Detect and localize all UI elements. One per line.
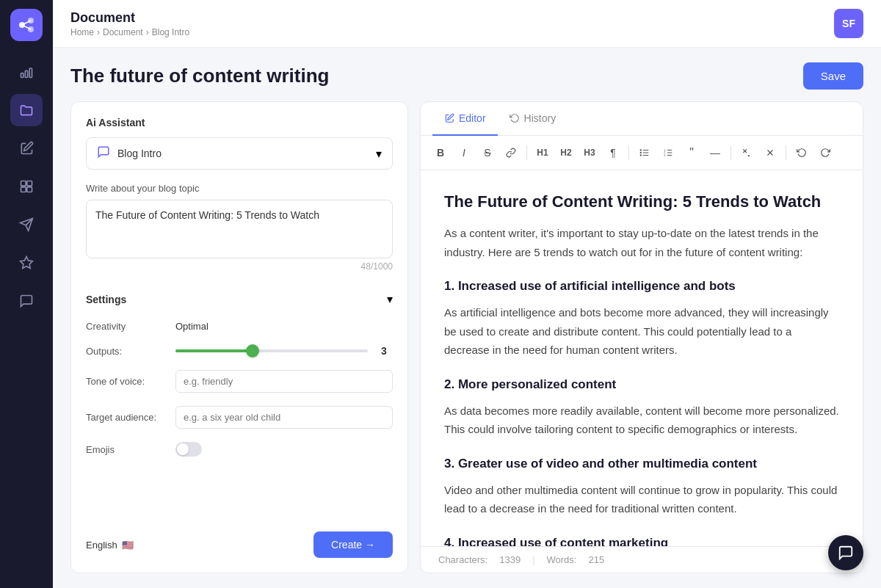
template-icon bbox=[97, 145, 110, 161]
outputs-slider-container: 3 bbox=[175, 345, 393, 357]
create-button[interactable]: Create → bbox=[313, 531, 393, 558]
toolbar-strikethrough[interactable]: S bbox=[476, 142, 498, 164]
save-button[interactable]: Save bbox=[803, 62, 863, 90]
editor-toolbar: B I S H1 H2 H3 ¶ 1.2.3. bbox=[421, 136, 863, 170]
svg-point-18 bbox=[640, 150, 641, 150]
words-label: Words: bbox=[547, 554, 577, 565]
characters-label: Characters: bbox=[438, 554, 487, 565]
ai-assistant-label: Ai Assistant bbox=[86, 117, 393, 128]
tone-input[interactable] bbox=[175, 370, 393, 393]
breadcrumb: Home › Document › Blog Intro bbox=[70, 27, 189, 37]
toolbar-divider-4 bbox=[786, 145, 786, 160]
breadcrumb-home[interactable]: Home bbox=[70, 27, 94, 37]
section-2-title: 2. More personalized content bbox=[444, 374, 839, 396]
header-title-area: Document Home › Document › Blog Intro bbox=[70, 10, 189, 37]
toolbar-bullet-list[interactable] bbox=[634, 142, 656, 164]
toolbar-paragraph[interactable]: ¶ bbox=[602, 142, 624, 164]
content-area: The future of content writing Save Ai As… bbox=[53, 48, 881, 588]
template-selector[interactable]: Blog Intro ▾ bbox=[86, 137, 393, 170]
words-value: 215 bbox=[588, 554, 604, 565]
sidebar-item-templates[interactable] bbox=[10, 170, 43, 203]
creativity-row: Creativity Optimal bbox=[86, 321, 393, 332]
sidebar-item-documents[interactable] bbox=[10, 94, 43, 126]
topic-label: Write about your blog topic bbox=[86, 183, 393, 194]
page-title: The future of content writing bbox=[70, 65, 329, 87]
toolbar-h2[interactable]: H2 bbox=[555, 142, 577, 164]
outputs-value: 3 bbox=[375, 345, 393, 357]
svg-point-20 bbox=[640, 155, 641, 156]
section-1-body: As artificial intelligence and bots beco… bbox=[444, 303, 839, 360]
emojis-toggle-thumb bbox=[177, 443, 189, 455]
toolbar-hr[interactable]: — bbox=[704, 142, 726, 164]
editor-main-heading: The Future of Content Writing: 5 Trends … bbox=[444, 188, 839, 215]
tab-history[interactable]: History bbox=[498, 102, 568, 136]
sidebar-item-editor[interactable] bbox=[10, 132, 43, 164]
section-1-title: 1. Increased use of artificial intellige… bbox=[444, 276, 839, 297]
flag-icon: 🇺🇸 bbox=[122, 540, 134, 551]
svg-text:3.: 3. bbox=[664, 154, 666, 157]
sidebar-item-analytics[interactable] bbox=[10, 56, 43, 88]
sidebar-item-publish[interactable] bbox=[10, 208, 43, 241]
page-title-row: The future of content writing Save bbox=[70, 62, 863, 90]
characters-value: 1339 bbox=[499, 554, 521, 565]
toolbar-link[interactable] bbox=[500, 142, 522, 164]
language-selector[interactable]: English 🇺🇸 bbox=[86, 540, 134, 551]
tab-editor-label: Editor bbox=[459, 112, 486, 124]
editor-content[interactable]: The Future of Content Writing: 5 Trends … bbox=[421, 170, 863, 546]
template-name: Blog Intro bbox=[117, 148, 162, 159]
svg-rect-5 bbox=[21, 73, 23, 78]
toolbar-redo[interactable] bbox=[814, 142, 836, 164]
slider-fill bbox=[175, 349, 253, 352]
tab-editor[interactable]: Editor bbox=[432, 102, 498, 136]
tone-label: Tone of voice: bbox=[86, 376, 167, 387]
tone-row: Tone of voice: bbox=[86, 370, 393, 393]
creativity-value: Optimal bbox=[175, 321, 393, 332]
emojis-toggle[interactable] bbox=[175, 442, 202, 457]
settings-chevron-icon: ▾ bbox=[387, 292, 393, 306]
sidebar-item-chat[interactable] bbox=[10, 285, 43, 317]
char-count: 48/1000 bbox=[86, 261, 393, 272]
main-area: Document Home › Document › Blog Intro SF… bbox=[53, 0, 881, 588]
template-selector-left: Blog Intro bbox=[97, 145, 162, 161]
target-row: Target audience: bbox=[86, 406, 393, 429]
toolbar-bold[interactable]: B bbox=[429, 142, 452, 164]
toolbar-blockquote[interactable]: " bbox=[681, 142, 703, 164]
sidebar-item-favorites[interactable] bbox=[10, 247, 43, 279]
toolbar-divider-2 bbox=[628, 145, 629, 160]
svg-rect-6 bbox=[25, 70, 27, 77]
emojis-label: Emojis bbox=[86, 444, 167, 455]
editor-intro: As a content writer, it's important to s… bbox=[444, 224, 839, 261]
svg-rect-7 bbox=[29, 68, 32, 78]
settings-header[interactable]: Settings ▾ bbox=[86, 283, 393, 315]
left-panel: Ai Assistant Blog Intro ▾ Write about yo… bbox=[70, 101, 408, 573]
breadcrumb-document[interactable]: Document bbox=[103, 27, 143, 37]
section-3-title: 3. Greater use of video and other multim… bbox=[444, 454, 839, 475]
toolbar-clear-format[interactable] bbox=[759, 142, 781, 164]
topic-textarea[interactable]: The Future of Content Writing: 5 Trends … bbox=[86, 200, 393, 258]
breadcrumb-sep1: › bbox=[97, 27, 100, 37]
bottom-bar: English 🇺🇸 Create → bbox=[86, 520, 393, 558]
chat-fab-button[interactable] bbox=[828, 535, 863, 570]
toolbar-divider-3 bbox=[730, 145, 731, 160]
target-label: Target audience: bbox=[86, 412, 167, 423]
svg-rect-11 bbox=[27, 187, 32, 192]
toolbar-italic[interactable]: I bbox=[453, 142, 475, 164]
toolbar-h1[interactable]: H1 bbox=[532, 142, 554, 164]
toolbar-undo[interactable] bbox=[791, 142, 813, 164]
outputs-row: Outputs: 3 bbox=[86, 345, 393, 357]
history-tab-icon bbox=[510, 113, 520, 123]
svg-marker-14 bbox=[21, 257, 33, 269]
toolbar-divider-1 bbox=[526, 145, 527, 160]
toolbar-h3[interactable]: H3 bbox=[579, 142, 601, 164]
settings-label: Settings bbox=[86, 294, 126, 305]
slider-thumb[interactable] bbox=[246, 344, 259, 357]
target-input[interactable] bbox=[175, 406, 393, 429]
editor-footer: Characters: 1339 | Words: 215 bbox=[421, 546, 863, 573]
toolbar-ordered-list[interactable]: 1.2.3. bbox=[657, 142, 679, 164]
svg-point-19 bbox=[640, 152, 641, 153]
app-logo[interactable] bbox=[10, 9, 43, 41]
header: Document Home › Document › Blog Intro SF bbox=[53, 0, 881, 48]
outputs-slider-track[interactable] bbox=[175, 349, 368, 352]
toolbar-subscript[interactable] bbox=[736, 142, 758, 164]
user-avatar[interactable]: SF bbox=[834, 9, 863, 38]
